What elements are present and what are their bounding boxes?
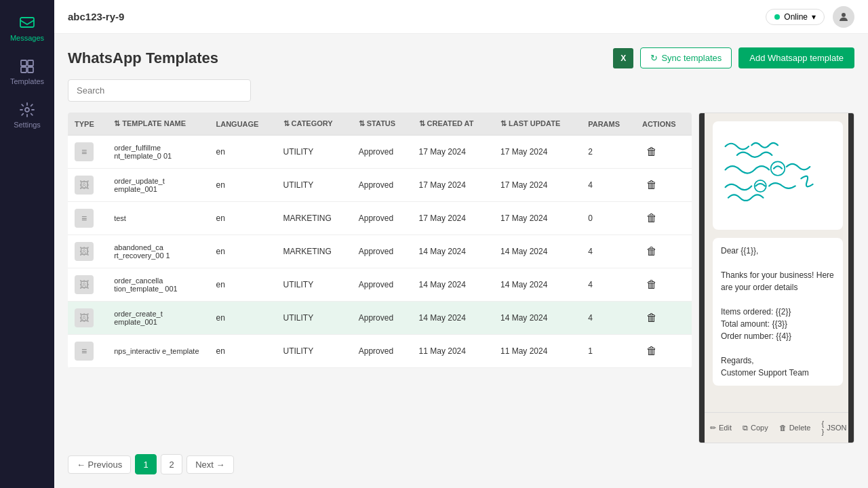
sidebar-label-templates: Templates [10, 77, 44, 85]
online-dot [774, 14, 780, 20]
svg-rect-0 [20, 18, 34, 27]
sync-label: Sync templates [661, 53, 722, 63]
table-row[interactable]: 🖼 order_update_t emplate_001 en UTILITY … [68, 169, 692, 202]
header: abc123-ry-9 Online ▾ [54, 0, 868, 34]
app-title: abc123-ry-9 [68, 11, 124, 22]
cell-status: Approved [352, 169, 412, 202]
sidebar-label-settings: Settings [14, 121, 41, 129]
edit-label: Edit [719, 424, 732, 432]
search-input[interactable] [68, 79, 251, 102]
svg-point-5 [25, 108, 29, 112]
sync-templates-button[interactable]: ↻ Sync templates [640, 47, 732, 68]
cell-updated: 17 May 2024 [494, 202, 581, 235]
cell-category: UTILITY [277, 136, 352, 169]
col-created[interactable]: ⇅ CREATED AT [412, 113, 494, 136]
col-category[interactable]: ⇅ CATEGORY [277, 113, 352, 136]
cell-updated: 17 May 2024 [494, 136, 581, 169]
table-row[interactable]: 🖼 abandoned_ca rt_recovery_00 1 en MARKE… [68, 235, 692, 268]
sidebar-item-templates[interactable]: Templates [0, 50, 54, 94]
img-icon: 🖼 [75, 275, 94, 294]
previous-button[interactable]: ← Previous [68, 455, 131, 474]
cell-name: test [107, 202, 209, 235]
page-1-button[interactable]: 1 [135, 454, 157, 474]
online-label: Online [784, 12, 808, 22]
cell-language: en [210, 169, 277, 202]
col-status[interactable]: ⇅ STATUS [352, 113, 412, 136]
cell-type: 🖼 [68, 169, 107, 202]
page-actions: X ↻ Sync templates Add Whatsapp template [613, 47, 854, 68]
delete-row-button[interactable]: 🗑 [642, 344, 661, 359]
cell-params: 4 [581, 268, 635, 302]
delete-row-button[interactable]: 🗑 [642, 244, 661, 259]
cell-name: order_fulfillme nt_template_0 01 [107, 136, 209, 169]
table-row[interactable]: 🖼 order_create_t emplate_001 en UTILITY … [68, 302, 692, 335]
cell-updated: 14 May 2024 [494, 302, 581, 335]
cell-actions: 🗑 [635, 235, 692, 268]
col-template-name[interactable]: ⇅ TEMPLATE NAME [107, 113, 209, 136]
copy-label: Copy [751, 424, 768, 432]
cell-language: en [210, 268, 277, 302]
templates-icon [19, 58, 35, 75]
delete-row-button[interactable]: 🗑 [642, 144, 661, 159]
cell-category: MARKETING [277, 235, 352, 268]
cell-params: 4 [581, 169, 635, 202]
img-icon: 🖼 [75, 176, 94, 195]
cell-created: 11 May 2024 [412, 335, 494, 368]
table-row[interactable]: ≡ order_fulfillme nt_template_0 01 en UT… [68, 136, 692, 169]
delete-row-button[interactable]: 🗑 [642, 211, 661, 226]
header-right: Online ▾ [766, 6, 854, 28]
add-whatsapp-template-button[interactable]: Add Whatsapp template [738, 47, 854, 68]
preview-footer: ✏ Edit ⧉ Copy 🗑 Delete { } JSON [699, 412, 854, 443]
preview-inner: Dear {{1}},Thanks for your business! Her… [699, 113, 854, 412]
cell-type: ≡ [68, 202, 107, 235]
settings-icon [19, 102, 35, 118]
preview-edit-button[interactable]: ✏ Edit [707, 418, 734, 437]
table-row[interactable]: 🖼 order_cancella tion_template_ 001 en U… [68, 268, 692, 302]
cell-created: 17 May 2024 [412, 136, 494, 169]
cell-params: 4 [581, 235, 635, 268]
preview-delete-button[interactable]: 🗑 Delete [776, 418, 814, 437]
cell-category: UTILITY [277, 335, 352, 368]
delete-label: Delete [789, 424, 811, 432]
cell-status: Approved [352, 302, 412, 335]
col-params: PARAMS [581, 113, 635, 136]
cell-created: 17 May 2024 [412, 169, 494, 202]
col-updated[interactable]: ⇅ LAST UPDATE [494, 113, 581, 136]
preview-json-button[interactable]: { } JSON [818, 418, 849, 437]
cell-category: MARKETING [277, 202, 352, 235]
templates-table: TYPE ⇅ TEMPLATE NAME LANGUAGE ⇅ CATEGORY… [68, 113, 692, 368]
sidebar-item-messages[interactable]: Messages [0, 7, 54, 50]
user-avatar[interactable] [833, 6, 854, 28]
json-label: JSON [827, 424, 846, 432]
img-icon: 🖼 [75, 242, 94, 261]
delete-row-button[interactable]: 🗑 [642, 310, 661, 325]
cell-updated: 14 May 2024 [494, 268, 581, 302]
table-row[interactable]: ≡ test en MARKETING Approved 17 May 2024… [68, 202, 692, 235]
cell-status: Approved [352, 202, 412, 235]
preview-copy-button[interactable]: ⧉ Copy [740, 418, 771, 437]
delete-row-button[interactable]: 🗑 [642, 277, 661, 292]
cell-language: en [210, 302, 277, 335]
preview-left-bar [699, 113, 705, 443]
excel-export-icon[interactable]: X [613, 48, 633, 68]
svg-rect-4 [28, 67, 33, 73]
next-button[interactable]: Next → [186, 455, 233, 474]
page-2-button[interactable]: 2 [161, 454, 182, 474]
table-row[interactable]: ≡ nps_interactiv e_template en UTILITY A… [68, 335, 692, 368]
cell-category: UTILITY [277, 268, 352, 302]
online-status-button[interactable]: Online ▾ [766, 9, 825, 25]
preview-image-area [713, 121, 843, 230]
doc-icon: ≡ [75, 342, 94, 361]
main-content: abc123-ry-9 Online ▾ WhatsApp Templates … [54, 0, 868, 488]
cell-name: abandoned_ca rt_recovery_00 1 [107, 235, 209, 268]
cell-language: en [210, 235, 277, 268]
pagination: ← Previous 1 2 Next → [68, 454, 854, 474]
cell-language: en [210, 136, 277, 169]
cell-type: 🖼 [68, 235, 107, 268]
sidebar-item-settings[interactable]: Settings [0, 94, 54, 137]
cell-status: Approved [352, 335, 412, 368]
sync-icon: ↻ [650, 53, 658, 63]
cell-actions: 🗑 [635, 136, 692, 169]
delete-row-button[interactable]: 🗑 [642, 178, 661, 192]
table-preview-container: TYPE ⇅ TEMPLATE NAME LANGUAGE ⇅ CATEGORY… [68, 113, 854, 443]
